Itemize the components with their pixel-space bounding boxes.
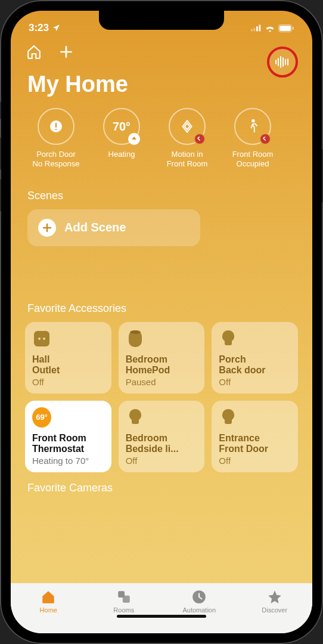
bulb-icon [219, 329, 238, 348]
thermostat-value: 70° [113, 120, 131, 134]
intercom-button[interactable] [267, 47, 298, 78]
thermostat-badge: 69° [32, 407, 51, 428]
homepod-icon [126, 329, 145, 348]
notch [99, 11, 224, 30]
home-tab-icon [40, 589, 57, 605]
svg-rect-3 [259, 25, 261, 32]
sensor-badge-icon [194, 133, 206, 145]
home-indicator[interactable] [117, 615, 206, 618]
motion-icon [179, 119, 195, 134]
status-chip-occupied[interactable]: Front RoomOccupied [224, 108, 281, 169]
mute-switch [0, 101, 1, 119]
add-scene-button[interactable]: Add Scene [27, 209, 200, 246]
screen: 3:23 My Home [11, 11, 312, 633]
svg-rect-17 [34, 331, 49, 346]
plus-circle-icon [38, 219, 56, 237]
svg-rect-0 [251, 29, 253, 32]
person-walk-icon [246, 119, 259, 134]
alert-icon [49, 119, 63, 134]
svg-rect-5 [279, 26, 291, 31]
status-time: 3:23 [29, 22, 49, 34]
favorites-section-title: Favorite Accessories [11, 299, 312, 322]
cellular-icon [251, 24, 262, 32]
discover-tab-icon [266, 589, 283, 605]
status-chip-motion[interactable]: Motion inFront Room [159, 108, 216, 169]
svg-rect-23 [123, 596, 130, 603]
scenes-section-title: Scenes [11, 186, 312, 209]
cameras-section-title: Favorite Cameras [11, 472, 312, 498]
tile-bedroom-bedside[interactable]: BedroomBedside li... Off [119, 401, 205, 472]
rooms-tab-icon [116, 589, 132, 605]
svg-rect-15 [55, 129, 57, 130]
automation-tab-icon [191, 589, 207, 605]
tile-hall-outlet[interactable]: HallOutlet Off [25, 322, 111, 394]
tab-automation[interactable]: Automation [162, 589, 237, 614]
battery-icon [278, 24, 294, 32]
tab-discover[interactable]: Discover [237, 589, 313, 614]
svg-rect-6 [293, 27, 294, 30]
add-scene-label: Add Scene [64, 221, 126, 234]
bulb-icon [126, 408, 145, 427]
svg-point-21 [130, 330, 141, 334]
svg-point-16 [251, 119, 255, 123]
tile-bedroom-homepod[interactable]: BedroomHomePod Paused [119, 322, 205, 394]
svg-point-18 [38, 338, 41, 340]
arrow-up-icon [128, 133, 140, 145]
tile-front-room-thermostat[interactable]: 69° Front RoomThermostat Heating to 70° [25, 401, 111, 472]
tab-bar: Home Rooms Automation Discover [11, 583, 312, 633]
favorites-grid: HallOutlet Off BedroomHomePod Paused Por… [11, 322, 312, 472]
tile-porch-back-door[interactable]: PorchBack door Off [212, 322, 298, 394]
waveform-icon [275, 56, 290, 68]
home-status-row: Porch DoorNo Response 70° Heating [11, 108, 312, 186]
volume-down [0, 179, 1, 212]
page-title: My Home [11, 68, 312, 108]
status-chip-heating[interactable]: 70° Heating [93, 108, 150, 169]
bulb-icon [219, 408, 238, 427]
tab-rooms[interactable]: Rooms [86, 589, 162, 614]
tile-entrance-front-door[interactable]: EntranceFront Door Off [212, 401, 298, 472]
location-icon [52, 24, 60, 32]
tab-home[interactable]: Home [11, 589, 86, 614]
svg-rect-2 [256, 26, 258, 31]
sensor-badge-icon [259, 133, 271, 145]
status-chip-porch-door[interactable]: Porch DoorNo Response [27, 108, 85, 169]
volume-up [0, 137, 1, 170]
outlet-icon [32, 329, 51, 348]
svg-rect-1 [254, 28, 256, 31]
svg-point-19 [43, 338, 45, 340]
home-icon[interactable] [26, 44, 42, 62]
svg-rect-14 [55, 123, 57, 128]
wifi-icon [265, 24, 275, 32]
spacer [11, 246, 312, 299]
add-button[interactable] [58, 44, 74, 62]
phone-frame: 3:23 My Home [0, 0, 323, 644]
